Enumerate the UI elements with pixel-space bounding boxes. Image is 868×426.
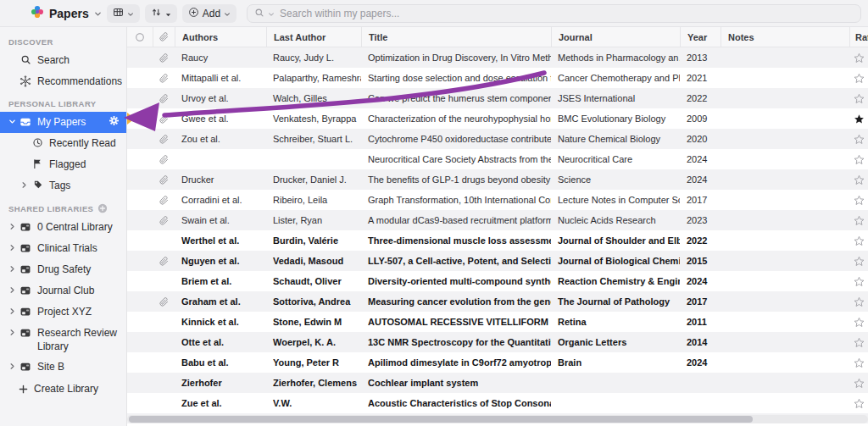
rating-cell[interactable] (849, 215, 868, 226)
star-outline-icon[interactable] (854, 215, 865, 226)
rating-cell[interactable] (849, 174, 868, 185)
star-outline-icon[interactable] (854, 317, 865, 328)
star-outline-icon[interactable] (854, 337, 865, 348)
table-row[interactable]: Babu et al.Young, Peter RApilimod dimesy… (127, 352, 868, 373)
create-library-button[interactable]: Create Library (0, 378, 126, 395)
chevron-down-white-icon[interactable] (8, 118, 16, 125)
sidebar-item-drug-safety[interactable]: Drug Safety (0, 259, 126, 280)
chevron-right-icon[interactable] (8, 307, 16, 315)
expander[interactable] (19, 181, 29, 189)
sidebar-item-recently-read[interactable]: Recently Read (0, 133, 126, 154)
horizontal-scrollbar-thumb[interactable] (129, 416, 753, 423)
table-row[interactable]: Neurocritical Care Society Abstracts fro… (127, 149, 868, 169)
sidebar-item-clinical-trials[interactable]: Clinical Trials (0, 238, 126, 259)
table-row[interactable]: Zue et al.V.W.Acoustic Characteristics o… (127, 393, 868, 413)
star-outline-icon[interactable] (854, 195, 865, 206)
rating-cell[interactable] (849, 113, 868, 124)
star-outline-icon[interactable] (854, 174, 865, 185)
sidebar-item-my-papers[interactable]: My Papers (0, 112, 126, 133)
expander[interactable] (7, 223, 17, 230)
column-header-last-author[interactable]: Last Author (266, 27, 361, 47)
expander[interactable] (7, 329, 17, 336)
chevron-right-icon[interactable] (8, 286, 16, 294)
expander[interactable] (7, 286, 17, 294)
chevron-right-icon[interactable] (8, 265, 16, 273)
rating-cell[interactable] (849, 317, 868, 328)
table-row[interactable]: Werthel et al.Burdin, ValérieThree-dimen… (127, 230, 868, 251)
table-row[interactable]: DruckerDrucker, Daniel J.The benefits of… (127, 169, 868, 190)
sidebar-item-project-xyz[interactable]: Project XYZ (0, 302, 126, 323)
rating-cell[interactable] (849, 154, 868, 165)
sidebar-item-0-central-library[interactable]: 0 Central Library (0, 217, 126, 238)
sort-button[interactable] (145, 4, 177, 23)
view-selector-button[interactable] (107, 4, 140, 23)
expander[interactable] (7, 307, 17, 315)
app-menu[interactable]: Papers (31, 5, 102, 22)
expander[interactable] (7, 244, 17, 252)
rating-cell[interactable] (849, 93, 868, 104)
table-row[interactable]: Zou et al.Schreiber, Stuart L.Cytochrome… (127, 129, 868, 149)
add-button[interactable]: Add (182, 4, 236, 23)
chevron-right-icon[interactable] (8, 329, 16, 336)
table-row[interactable]: Mittapalli et al.Palaparthy, RameshrajaS… (127, 68, 868, 88)
gear-button[interactable] (108, 115, 123, 126)
column-header-authors[interactable]: Authors (175, 27, 266, 47)
rating-cell[interactable] (849, 134, 868, 145)
star-outline-icon[interactable] (854, 276, 865, 287)
star-outline-icon[interactable] (854, 73, 865, 84)
table-row[interactable]: Graham et al.Sottoriva, AndreaMeasuring … (127, 291, 868, 312)
table-row[interactable]: Nguyen et al.Vedadi, MasoudLLY-507, a Ce… (127, 251, 868, 271)
expander[interactable] (7, 362, 17, 370)
table-row[interactable]: Briem et al.Schaudt, OliverDiversity-ori… (127, 271, 868, 291)
table-row[interactable]: Otte et al.Woerpel, K. A.13C NMR Spectro… (127, 332, 868, 352)
column-header-paperclip[interactable] (153, 27, 175, 47)
column-header-notes[interactable]: Notes (721, 27, 849, 47)
column-header-circle[interactable] (127, 27, 153, 47)
table-row[interactable]: Gwee et al.Venkatesh, ByrappaCharacteriz… (127, 108, 868, 129)
chevron-right-icon[interactable] (8, 223, 16, 230)
table-row[interactable]: Urvoy et al.Walch, GillesCan we predict … (127, 88, 868, 108)
table-row[interactable]: RaucyRaucy, Judy L.Optimization in Drug … (127, 47, 868, 68)
plus-circle-icon[interactable] (97, 203, 108, 213)
rating-cell[interactable] (849, 235, 868, 246)
star-filled-icon[interactable] (854, 113, 865, 124)
star-outline-icon[interactable] (854, 154, 865, 165)
star-outline-icon[interactable] (854, 235, 865, 246)
rating-cell[interactable] (849, 53, 868, 64)
rating-cell[interactable] (849, 357, 868, 368)
table-row[interactable]: Kinnick et al.Stone, Edwin MAUTOSOMAL RE… (127, 312, 868, 332)
rating-cell[interactable] (849, 276, 868, 287)
table-row[interactable]: Corradini et al.Ribeiro, LeilaGraph Tran… (127, 190, 868, 210)
rating-cell[interactable] (849, 337, 868, 348)
star-outline-icon[interactable] (854, 296, 865, 307)
expander[interactable] (7, 118, 17, 125)
table-row[interactable]: ZierhoferZierhofer, ClemensCochlear impl… (127, 373, 868, 393)
star-outline-icon[interactable] (854, 357, 865, 368)
gear-icon[interactable] (108, 115, 120, 126)
search-input[interactable] (278, 7, 854, 20)
star-outline-icon[interactable] (854, 93, 865, 104)
star-outline-icon[interactable] (854, 378, 865, 389)
rating-cell[interactable] (849, 73, 868, 84)
star-outline-icon[interactable] (854, 53, 865, 64)
column-header-year[interactable]: Year (680, 27, 721, 47)
sidebar-item-journal-club[interactable]: Journal Club (0, 280, 126, 302)
star-outline-icon[interactable] (854, 398, 865, 409)
sidebar-item-flagged[interactable]: Flagged (0, 154, 126, 175)
rating-cell[interactable] (849, 256, 868, 267)
chevron-right-icon[interactable] (8, 362, 16, 370)
chevron-right-icon[interactable] (8, 244, 16, 252)
sidebar-item-tags[interactable]: Tags (0, 175, 126, 196)
sidebar-item-search[interactable]: Search (0, 50, 126, 71)
search-field[interactable] (247, 4, 861, 23)
column-header-title[interactable]: Title (361, 27, 551, 47)
chevron-right-icon[interactable] (20, 181, 28, 189)
rating-cell[interactable] (849, 296, 868, 307)
column-header-journal[interactable]: Journal (551, 27, 680, 47)
table-row[interactable]: Swain et al.Lister, RyanA modular dCas9-… (127, 210, 868, 230)
rating-cell[interactable] (849, 378, 868, 389)
horizontal-scrollbar[interactable] (127, 415, 868, 423)
star-outline-icon[interactable] (854, 134, 865, 145)
rating-cell[interactable] (849, 398, 868, 409)
expander[interactable] (7, 265, 17, 273)
